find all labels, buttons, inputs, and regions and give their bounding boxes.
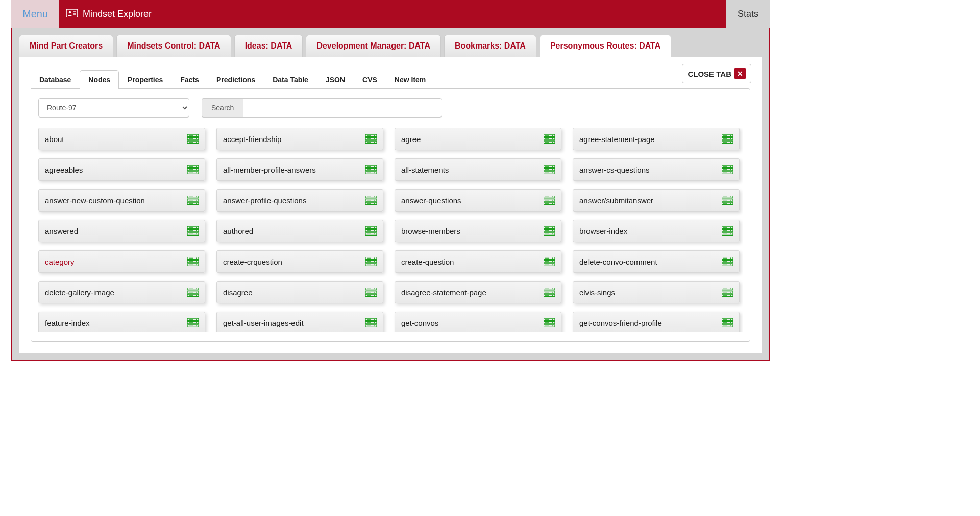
sub-tab[interactable]: Data Table (264, 70, 317, 89)
server-icon (544, 257, 555, 266)
node-label: authored (223, 227, 253, 236)
server-icon (187, 288, 199, 297)
node-card[interactable]: answer/submitanswer (573, 189, 740, 212)
main-tab[interactable]: Bookmarks: DATA (444, 35, 536, 57)
node-label: browse-members (401, 227, 460, 236)
node-card[interactable]: disagree-statement-page (395, 281, 561, 303)
server-icon (722, 257, 733, 266)
node-card[interactable]: browse-members (395, 220, 561, 242)
server-icon (544, 318, 555, 327)
node-label: answer-cs-questions (579, 166, 650, 174)
node-card[interactable]: delete-gallery-image (38, 281, 205, 303)
sub-tab[interactable]: New Item (386, 70, 434, 89)
close-tab-button[interactable]: CLOSE TAB ✕ (682, 64, 751, 83)
server-icon (187, 318, 199, 327)
node-card[interactable]: create-crquestion (216, 250, 383, 273)
node-card[interactable]: delete-convo-comment (573, 250, 740, 273)
main-tabs: Mind Part CreatorsMindsets Control: DATA… (19, 35, 762, 57)
node-card[interactable]: get-all-user-images-edit (216, 312, 383, 332)
server-icon (365, 134, 377, 144)
sub-tab[interactable]: Properties (119, 70, 172, 89)
controls-row: Route-97 Search (38, 98, 743, 118)
node-scroll-area[interactable]: aboutaccept-friendshipagreeagree-stateme… (38, 128, 743, 332)
node-card[interactable]: disagree (216, 281, 383, 303)
server-icon (365, 165, 377, 174)
node-label: elvis-sings (579, 288, 615, 297)
node-card[interactable]: elvis-sings (573, 281, 740, 303)
node-label: answer-new-custom-question (45, 196, 145, 205)
server-icon (722, 318, 733, 327)
sub-tab[interactable]: CVS (354, 70, 386, 89)
node-card[interactable]: answer-cs-questions (573, 158, 740, 181)
search-label: Search (202, 98, 243, 118)
node-card[interactable]: answer-questions (395, 189, 561, 212)
close-tab-label: CLOSE TAB (688, 69, 731, 78)
node-label: get-convos (401, 319, 438, 327)
node-card[interactable]: create-question (395, 250, 561, 273)
node-label: all-member-profile-answers (223, 166, 316, 174)
node-label: answer-questions (401, 196, 461, 205)
node-card[interactable]: browser-index (573, 220, 740, 242)
node-card[interactable]: answer-new-custom-question (38, 189, 205, 212)
node-label: get-convos-friend-profile (579, 319, 662, 327)
node-card[interactable]: feature-index (38, 312, 205, 332)
node-card[interactable]: answer-profile-questions (216, 189, 383, 212)
node-card[interactable]: get-convos (395, 312, 561, 332)
node-label: disagree-statement-page (401, 288, 486, 297)
node-card[interactable]: agree (395, 128, 561, 150)
node-card[interactable]: category (38, 250, 205, 273)
menu-button[interactable]: Menu (11, 0, 59, 28)
node-card[interactable]: about (38, 128, 205, 150)
main-tab[interactable]: Mind Part Creators (19, 35, 113, 57)
sub-tab[interactable]: Nodes (80, 70, 119, 89)
node-label: browser-index (579, 227, 627, 236)
node-grid: aboutaccept-friendshipagreeagree-stateme… (38, 128, 740, 332)
route-select[interactable]: Route-97 (38, 98, 189, 118)
node-card[interactable]: authored (216, 220, 383, 242)
server-icon (544, 288, 555, 297)
node-label: get-all-user-images-edit (223, 319, 304, 327)
stats-button[interactable]: Stats (726, 0, 770, 28)
main-tab[interactable]: Personymous Routes: DATA (540, 35, 671, 57)
server-icon (722, 165, 733, 174)
node-card[interactable]: answered (38, 220, 205, 242)
sub-tab[interactable]: JSON (317, 70, 354, 89)
node-label: agreeables (45, 166, 83, 174)
sub-tab[interactable]: Facts (172, 70, 208, 89)
node-card[interactable]: accept-friendship (216, 128, 383, 150)
server-icon (365, 288, 377, 297)
node-card[interactable]: all-statements (395, 158, 561, 181)
node-card[interactable]: agree-statement-page (573, 128, 740, 150)
node-label: delete-convo-comment (579, 257, 657, 266)
content-panel: CLOSE TAB ✕ DatabaseNodesPropertiesFacts… (19, 57, 762, 353)
main-tab[interactable]: Ideas: DATA (234, 35, 303, 57)
node-label: create-crquestion (223, 257, 282, 266)
node-card[interactable]: get-convos-friend-profile (573, 312, 740, 332)
main-tab[interactable]: Mindsets Control: DATA (116, 35, 231, 57)
server-icon (722, 134, 733, 144)
sub-tab[interactable]: Predictions (208, 70, 264, 89)
server-icon (722, 226, 733, 236)
node-label: disagree (223, 288, 253, 297)
node-card[interactable]: all-member-profile-answers (216, 158, 383, 181)
node-label: about (45, 135, 64, 144)
search-input[interactable] (243, 98, 442, 118)
server-icon (187, 226, 199, 236)
stats-label: Stats (738, 9, 758, 19)
node-label: answered (45, 227, 78, 236)
menu-label: Menu (22, 8, 48, 20)
server-icon (544, 165, 555, 174)
main-tab[interactable]: Development Manager: DATA (306, 35, 441, 57)
sub-content: Route-97 Search aboutaccept-friendshipag… (31, 88, 750, 342)
server-icon (722, 288, 733, 297)
close-icon: ✕ (734, 68, 746, 79)
node-label: agree-statement-page (579, 135, 655, 144)
sub-tab[interactable]: Database (31, 70, 80, 89)
server-icon (187, 134, 199, 144)
server-icon (187, 165, 199, 174)
server-icon (187, 196, 199, 205)
node-label: answer/submitanswer (579, 196, 653, 205)
app-title: Mindset Explorer (83, 9, 152, 19)
header-bar: Menu Mindset Explorer Stats (11, 0, 770, 28)
node-card[interactable]: agreeables (38, 158, 205, 181)
